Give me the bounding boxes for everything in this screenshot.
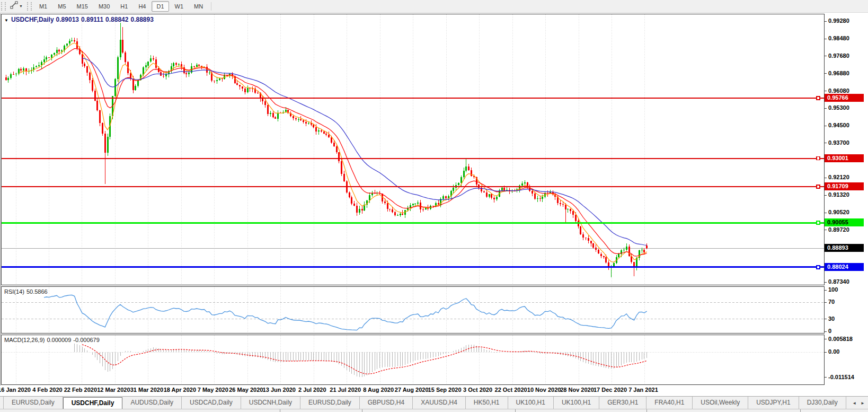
rsi-value: 50.5866 xyxy=(26,288,48,295)
timeframe-button-m1[interactable]: M1 xyxy=(34,1,52,12)
bottom-panel-edge xyxy=(0,409,868,412)
panel-separator xyxy=(362,409,362,412)
price-tick-label: 0.93700 xyxy=(828,139,849,146)
macd-tick xyxy=(825,339,827,339)
price-tick-label: 0.92120 xyxy=(828,174,849,180)
date-tick-label: 21 Jul 2020 xyxy=(330,387,361,393)
rsi-tick-label: 100 xyxy=(828,286,838,293)
date-tick-label: 10 Nov 2020 xyxy=(527,387,561,393)
price-tick-label: 0.89720 xyxy=(828,226,849,233)
date-tick-label: 31 Mar 2020 xyxy=(130,387,163,393)
price-line-label: 0.95766 xyxy=(825,94,864,102)
ohlc-low: 0.88842 xyxy=(105,16,128,23)
price-tick xyxy=(825,126,827,126)
current-price-label: 0.88893 xyxy=(825,244,864,252)
rsi-tick xyxy=(825,319,827,319)
toolbar-grip-2[interactable] xyxy=(27,2,32,11)
price-tick xyxy=(825,143,827,143)
macd-tick-label: 0.005818 xyxy=(828,336,853,342)
chevron-down-icon: ▼ xyxy=(19,4,23,8)
tab-eurusd-daily[interactable]: EURUSD,Daily xyxy=(300,397,360,409)
tab-scroll-left-icon[interactable]: ◄ xyxy=(851,400,857,407)
symbol-tab-bar: EURUSD,DailyUSDCHF,DailyAUDUSD,DailyUSDC… xyxy=(0,396,868,409)
candlestick-chart[interactable] xyxy=(2,14,824,285)
date-tick-label: 7 Jan 2021 xyxy=(628,387,658,393)
timeframe-button-h1[interactable]: H1 xyxy=(116,1,132,12)
ohlc-open: 0.89013 xyxy=(56,16,79,23)
macd-signal-value: -0.000679 xyxy=(73,337,100,343)
price-tick xyxy=(825,178,827,178)
date-tick-label: 18 Apr 2020 xyxy=(164,387,196,393)
date-tick-label: 16 Jan 2020 xyxy=(0,387,31,393)
timeframe-button-h4[interactable]: H4 xyxy=(134,1,150,12)
rsi-tick-label: 0 xyxy=(828,328,831,334)
timeframe-button-mn[interactable]: MN xyxy=(189,1,208,12)
macd-plot[interactable] xyxy=(2,335,824,384)
rsi-pane[interactable]: RSI(14)50.5866 xyxy=(1,286,825,334)
macd-pane[interactable]: MACD(12,26,9)0.000009-0.000679 xyxy=(1,335,825,385)
date-tick-label: 3 Oct 2020 xyxy=(463,387,492,393)
macd-tick-label: -0.011514 xyxy=(828,374,854,380)
tab-fra40-h1[interactable]: FRA40,H1 xyxy=(646,397,693,409)
tab-gbpusd-h4[interactable]: GBPUSD,H4 xyxy=(360,397,413,409)
chart-tool-button[interactable]: ▼ xyxy=(8,1,25,12)
timeframe-button-m15[interactable]: M15 xyxy=(72,1,93,12)
main-chart-pane[interactable]: ▼USDCHF,Daily0.890130.891110.888420.8889… xyxy=(1,14,825,285)
timeframe-button-m30[interactable]: M30 xyxy=(94,1,114,12)
tab-usdchf-daily[interactable]: USDCHF,Daily xyxy=(63,397,123,409)
rsi-tick xyxy=(825,331,827,332)
price-tick xyxy=(825,91,827,91)
ohlc-close: 0.88893 xyxy=(130,16,153,23)
price-axis[interactable]: 0.992800.984800.976800.968800.960800.953… xyxy=(825,14,868,385)
price-tick-label: 0.94500 xyxy=(828,122,849,128)
tab-usdcnh-daily[interactable]: USDCNH,Daily xyxy=(241,397,300,409)
price-tick-label: 0.96080 xyxy=(828,87,849,94)
timeframe-button-m5[interactable]: M5 xyxy=(53,1,70,12)
panel-separator xyxy=(800,409,801,412)
timeframe-button-w1[interactable]: W1 xyxy=(170,1,189,12)
panel-separator xyxy=(646,409,647,412)
tab-xauusd-h4[interactable]: XAUUSD,H4 xyxy=(413,397,466,409)
panel-separator xyxy=(515,409,516,412)
date-axis[interactable]: 16 Jan 20204 Feb 202022 Feb 202012 Mar 2… xyxy=(0,385,825,396)
date-tick-label: 13 Jun 2020 xyxy=(263,387,296,393)
price-line-label: 0.88024 xyxy=(825,263,864,271)
tab-eurusd-daily[interactable]: EURUSD,Daily xyxy=(3,397,63,409)
macd-tick-label: 0.00 xyxy=(828,348,839,355)
toolbar-separator xyxy=(211,2,211,11)
price-line-label: 0.93001 xyxy=(825,154,864,162)
tab-usdcad-daily[interactable]: USDCAD,Daily xyxy=(182,397,241,409)
tab-hk50-h1[interactable]: HK50,H1 xyxy=(466,397,508,409)
timeframe-toolbar: ▼ M1M5M15M30H1H4D1W1MN xyxy=(0,0,868,13)
date-tick-label: 7 May 2020 xyxy=(198,387,228,393)
timeframe-button-d1[interactable]: D1 xyxy=(152,1,169,12)
tab-ger30-h1[interactable]: GER30,H1 xyxy=(599,397,646,409)
tab-scroll-right-icon[interactable]: ► xyxy=(860,400,866,407)
window-edge xyxy=(0,13,1,385)
price-tick xyxy=(825,56,827,56)
tab-uk100-h1[interactable]: UK100,H1 xyxy=(508,397,554,409)
rsi-label: RSI(14)50.5866 xyxy=(4,288,50,295)
price-line-label: 0.91709 xyxy=(825,182,864,190)
price-line-label: 0.90055 xyxy=(825,218,864,226)
tab-audusd-daily[interactable]: AUDUSD,Daily xyxy=(122,397,182,409)
tab-uk100-h1[interactable]: UK100,H1 xyxy=(554,397,599,409)
date-tick-label: 22 Feb 2020 xyxy=(64,387,97,393)
ohlc-high: 0.89111 xyxy=(81,16,103,23)
collapse-icon[interactable]: ▼ xyxy=(4,18,8,23)
rsi-plot[interactable] xyxy=(2,287,824,333)
price-tick-label: 0.98480 xyxy=(828,35,849,41)
tab-usoil-weekly[interactable]: USOil,Weekly xyxy=(693,397,748,409)
chart-symbol-timeframe: USDCHF,Daily xyxy=(11,16,54,23)
tab-dj30-daily[interactable]: DJ30,Daily xyxy=(799,397,846,409)
price-tick-label: 0.96880 xyxy=(828,70,849,76)
tab-usdjpy-h1[interactable]: USDJPY,H1 xyxy=(748,397,799,409)
toolbar-grip[interactable] xyxy=(1,2,6,11)
price-tick-label: 0.99280 xyxy=(828,17,849,24)
rsi-tick-label: 70 xyxy=(828,299,835,305)
price-tick xyxy=(825,195,827,196)
rsi-name: RSI(14) xyxy=(4,288,24,295)
macd-name: MACD(12,26,9) xyxy=(4,337,45,343)
price-tick xyxy=(825,39,827,39)
price-tick xyxy=(825,282,827,283)
